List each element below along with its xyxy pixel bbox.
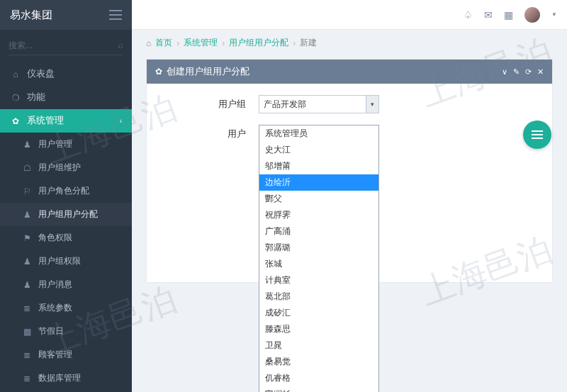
dropdown-option[interactable]: 史大江 [259,142,378,158]
gears-icon: ✿ [10,116,21,126]
sidebar-item-sysmgmt[interactable]: ✿ 系统管理 ‹ [0,109,132,133]
users-icon: ☖ [21,163,33,173]
chevron-down-icon[interactable]: ▼ [551,11,557,18]
breadcrumb: ⌂ 首页 › 系统管理 › 用户组用户分配 › 新建 [132,30,567,56]
chevron-left-icon: ‹ [120,117,122,125]
close-icon[interactable]: ✕ [537,67,544,77]
topbar: ♤ ✉ ▦ ▼ [132,0,567,30]
list-icon: ≣ [21,350,33,360]
brand-title: 易水集团 [10,9,52,22]
collapse-icon[interactable]: ∨ [502,67,507,77]
dropdown-option[interactable]: 边绘沂 [259,174,378,191]
dropdown-option[interactable]: 张城 [259,256,378,272]
calendar-icon: ▦ [21,327,33,337]
sidebar-item-label: 仪表盘 [27,68,55,80]
sidebar-item-label: 节假日 [38,325,64,337]
dropdown-option[interactable]: 系统管理员 [259,125,378,142]
dropdown-option[interactable]: 滕森思 [259,321,378,337]
home-icon: ⌂ [10,69,21,79]
sidebar-sub-roleassign[interactable]: ⚐用户角色分配 [0,179,132,203]
fab-menu-button[interactable] [523,121,551,149]
sidebar-search: ⌕ [9,40,123,55]
gear-icon: ✿ [155,67,162,77]
sidebar-sub-database[interactable]: ≣数据库管理 [0,366,132,390]
sidebar-sub-usermsg[interactable]: ♟用户消息 [0,273,132,296]
panel-body: 用户组 产品开发部 ▾ 用户 边绘沂 ▾ 系统管理员史大江邬增莆边绘沂酆父祝脬霁… [147,84,552,282]
sidebar-item-label: 用户组维护 [38,162,81,174]
sidebar-sub-holiday[interactable]: ▦节假日 [0,320,132,343]
sidebar-submenu: ♟用户管理 ☖用户组维护 ⚐用户角色分配 ♟用户组用户分配 ⚑角色权限 ♟用户组… [0,133,132,392]
sidebar: 易水集团 ⌕ ⌂ 仪表盘 ❍ 功能 ✿ 系统管理 ‹ ♟用户管理 ☖用户组维护 [0,0,132,392]
globe-icon: ❍ [10,93,21,103]
dropdown-option[interactable]: 富澜杉 [259,386,378,392]
dropdown-option[interactable]: 祝脬霁 [259,207,378,223]
brand-row: 易水集团 [0,0,132,30]
sidebar-sub-users[interactable]: ♟用户管理 [0,133,132,156]
calendar-icon[interactable]: ▦ [504,9,513,21]
sidebar-sub-sysparam[interactable]: ≣系统参数 [0,296,132,320]
dropdown-option[interactable]: 桑易觉 [259,354,378,370]
breadcrumb-sep: › [176,38,179,48]
sidebar-item-label: 用户组用户分配 [38,208,98,220]
form-label-group: 用户组 [161,99,246,111]
bell-icon[interactable]: ♤ [464,9,473,21]
sidebar-sub-groupperm[interactable]: ♟用户组权限 [0,250,132,273]
sidebar-item-label: 用户角色分配 [38,185,89,197]
group-select-value: 产品开发部 [264,99,306,111]
main: ♤ ✉ ▦ ▼ ⌂ 首页 › 系统管理 › 用户组用户分配 › 新建 ✿ 创建用… [132,0,567,392]
search-icon[interactable]: ⌕ [118,40,123,50]
user-icon: ♟ [21,280,33,290]
refresh-icon[interactable]: ⟳ [525,67,532,77]
form-panel: ✿ 创建用户组用户分配 ∨ ✎ ⟳ ✕ 用户组 产品开发部 ▾ [146,59,553,283]
sidebar-item-label: 数据库管理 [38,372,81,384]
sidebar-sub-usergroups[interactable]: ☖用户组维护 [0,156,132,179]
user-icon: ♟ [21,210,33,220]
dropdown-option[interactable]: 成矽汇 [259,305,378,321]
sidebar-sub-customer[interactable]: ≣顾客管理 [0,343,132,366]
dropdown-option[interactable]: 广高涌 [259,223,378,240]
user-dropdown[interactable]: 系统管理员史大江邬增莆边绘沂酆父祝脬霁广高涌郭潺璐张城计典室葛北部成矽汇滕森思卫… [259,125,379,392]
sidebar-item-dashboard[interactable]: ⌂ 仪表盘 [0,62,132,86]
inbox-icon[interactable]: ✉ [484,9,493,21]
dropdown-option[interactable]: 郭潺璐 [259,240,378,256]
sidebar-toggle-icon[interactable] [109,10,122,20]
breadcrumb-sep: › [293,38,296,48]
sidebar-item-functions[interactable]: ❍ 功能 [0,86,132,109]
breadcrumb-item: 新建 [300,37,317,49]
dropdown-option[interactable]: 卫晁 [259,337,378,354]
form-label-user: 用户 [161,128,246,140]
form-row-group: 用户组 产品开发部 ▾ [161,95,538,113]
sidebar-menu: ⌂ 仪表盘 ❍ 功能 ✿ 系统管理 ‹ ♟用户管理 ☖用户组维护 ⚐用户角色分配… [0,62,132,392]
sidebar-sub-groupuser[interactable]: ♟用户组用户分配 [0,203,132,226]
sidebar-sub-roleperm[interactable]: ⚑角色权限 [0,226,132,250]
dropdown-option[interactable]: 葛北部 [259,289,378,305]
panel-header: ✿ 创建用户组用户分配 ∨ ✎ ⟳ ✕ [147,60,552,84]
flag-icon: ⚐ [21,186,33,196]
sidebar-item-label: 用户管理 [38,138,72,150]
dropdown-option[interactable]: 仉睿格 [259,370,378,386]
group-select[interactable]: 产品开发部 ▾ [259,95,379,113]
breadcrumb-item[interactable]: 首页 [155,37,172,49]
list-icon: ≣ [21,303,33,313]
sidebar-item-label: 顾客管理 [38,349,72,361]
flag-icon: ⚑ [21,233,33,243]
panel-tools: ∨ ✎ ⟳ ✕ [502,67,544,77]
home-icon: ⌂ [146,38,151,48]
search-input[interactable] [9,40,118,50]
dropdown-option[interactable]: 邬增莆 [259,158,378,174]
panel-title: 创建用户组用户分配 [167,65,249,78]
breadcrumb-item[interactable]: 用户组用户分配 [229,37,288,49]
breadcrumb-item[interactable]: 系统管理 [184,37,218,49]
dropdown-option[interactable]: 酆父 [259,191,378,207]
avatar[interactable] [524,7,540,23]
sidebar-item-label: 功能 [27,91,45,103]
sidebar-item-label: 用户组权限 [38,255,81,267]
sidebar-item-label: 角色权限 [38,232,72,244]
settings-icon[interactable]: ✎ [513,67,520,77]
dropdown-option[interactable]: 计典室 [259,272,378,289]
user-icon: ♟ [21,257,33,267]
list-icon: ≣ [21,374,33,383]
sidebar-item-label: 系统管理 [27,115,64,127]
chevron-down-icon: ▾ [366,96,378,113]
breadcrumb-sep: › [222,38,225,48]
